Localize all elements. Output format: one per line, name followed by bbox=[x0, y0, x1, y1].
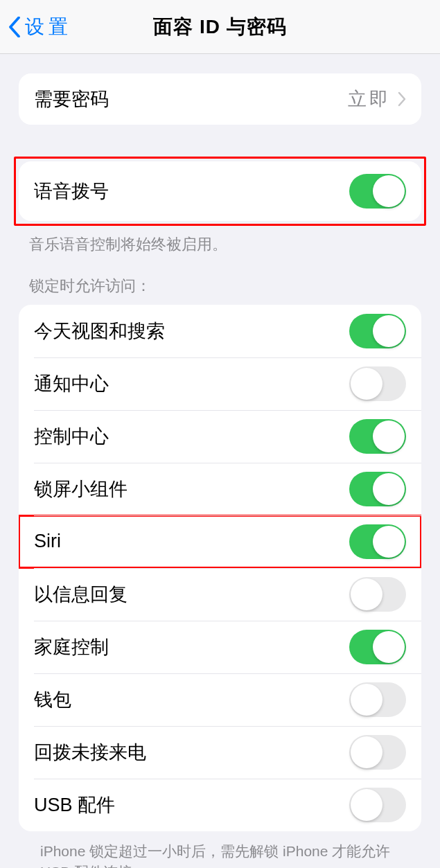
lock-access-toggle[interactable] bbox=[349, 630, 406, 664]
lock-access-toggle[interactable] bbox=[349, 366, 406, 401]
lock-access-toggle[interactable] bbox=[349, 735, 406, 770]
chevron-right-icon bbox=[398, 91, 406, 107]
lock-access-item-label: 通知中心 bbox=[34, 371, 109, 396]
require-passcode-row[interactable]: 需要密码 立即 bbox=[19, 73, 421, 125]
lock-access-item-label: 回拨未接来电 bbox=[34, 740, 146, 765]
back-button[interactable]: 设置 bbox=[8, 0, 72, 53]
voice-dial-toggle[interactable] bbox=[349, 174, 406, 209]
voice-dial-row: 语音拨号 bbox=[19, 161, 421, 221]
lock-access-row: 钱包 bbox=[19, 673, 421, 726]
lock-access-row: 回拨未接来电 bbox=[19, 726, 421, 779]
lock-access-header: 锁定时允许访问： bbox=[0, 255, 440, 305]
back-label: 设置 bbox=[25, 14, 72, 40]
lock-access-item-label: 家庭控制 bbox=[34, 635, 109, 659]
lock-access-row: 以信息回复 bbox=[19, 568, 421, 621]
lock-access-item-label: 锁屏小组件 bbox=[34, 477, 127, 502]
require-passcode-label: 需要密码 bbox=[34, 87, 109, 112]
lock-access-item-label: 今天视图和搜索 bbox=[34, 319, 165, 344]
voice-dial-group: 语音拨号 bbox=[19, 161, 421, 221]
voice-dial-caption: 音乐语音控制将始终被启用。 bbox=[0, 226, 440, 255]
lock-access-toggle[interactable] bbox=[349, 682, 406, 717]
lock-access-toggle[interactable] bbox=[349, 524, 406, 559]
lock-access-toggle[interactable] bbox=[349, 577, 406, 612]
lock-access-toggle[interactable] bbox=[349, 472, 406, 506]
lock-access-item-label: 控制中心 bbox=[34, 424, 109, 449]
require-passcode-group: 需要密码 立即 bbox=[19, 73, 421, 125]
nav-header: 设置 面容 ID 与密码 bbox=[0, 0, 440, 54]
lock-access-row: 锁屏小组件 bbox=[19, 463, 421, 515]
lock-access-row: USB 配件 bbox=[19, 779, 421, 831]
lock-access-group: 今天视图和搜索通知中心控制中心锁屏小组件Siri以信息回复家庭控制钱包回拨未接来… bbox=[19, 305, 421, 831]
lock-access-item-label: 以信息回复 bbox=[34, 582, 127, 607]
chevron-left-icon bbox=[8, 17, 21, 37]
lock-access-row: 控制中心 bbox=[19, 410, 421, 463]
lock-access-item-label: Siri bbox=[34, 531, 61, 552]
voice-dial-label: 语音拨号 bbox=[34, 179, 109, 204]
require-passcode-value: 立即 bbox=[348, 87, 391, 112]
lock-access-item-label: USB 配件 bbox=[34, 792, 115, 817]
lock-access-toggle[interactable] bbox=[349, 419, 406, 454]
lock-access-row: 通知中心 bbox=[19, 357, 421, 410]
lock-access-toggle[interactable] bbox=[349, 788, 406, 822]
lock-access-item-label: 钱包 bbox=[34, 687, 71, 712]
lock-access-row: 今天视图和搜索 bbox=[19, 305, 421, 357]
lock-access-toggle[interactable] bbox=[349, 314, 406, 348]
lock-access-row: 家庭控制 bbox=[19, 621, 421, 673]
voice-dial-highlight: 语音拨号 bbox=[14, 157, 426, 226]
lock-access-row: Siri bbox=[19, 515, 421, 568]
lock-access-footer: iPhone 锁定超过一小时后，需先解锁 iPhone 才能允许USB 配件连接… bbox=[0, 831, 440, 868]
